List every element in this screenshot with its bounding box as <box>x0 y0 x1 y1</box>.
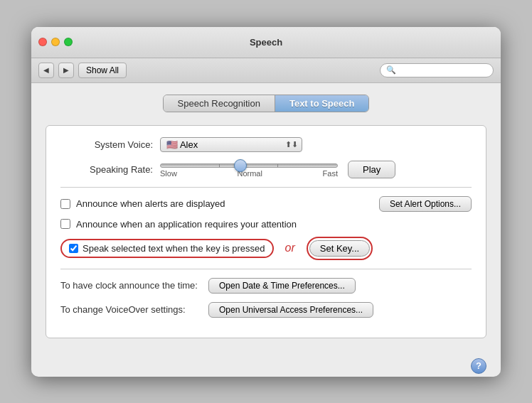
voiceover-row: To change VoiceOver settings: Open Unive… <box>60 302 472 318</box>
titlebar: Speech <box>31 27 501 58</box>
speaking-rate-thumb[interactable] <box>234 159 247 172</box>
speech-window: Speech ◀ ▶ Show All 🔍 Speech Recognition… <box>31 27 501 377</box>
toolbar: ◀ ▶ Show All 🔍 <box>31 58 501 83</box>
voice-select-wrapper: 🇺🇸 Alex ⬆⬇ <box>160 137 302 152</box>
tab-group: Speech Recognition Text to Speech <box>163 95 370 112</box>
set-key-wrapper: Set Key... <box>307 237 373 260</box>
clock-announce-label: To have clock announce the time: <box>60 280 203 291</box>
voice-select[interactable]: 🇺🇸 Alex <box>160 137 302 152</box>
tab-row: Speech Recognition Text to Speech <box>46 95 486 112</box>
voiceover-label: To change VoiceOver settings: <box>60 304 203 315</box>
set-alert-options-button[interactable]: Set Alert Options... <box>379 196 472 212</box>
announce-alerts-row: Announce when alerts are displayed Set A… <box>60 196 472 212</box>
show-all-button[interactable]: Show All <box>78 63 127 78</box>
bottom-area: ? <box>31 353 501 377</box>
search-box[interactable]: 🔍 <box>380 63 494 77</box>
close-button[interactable] <box>38 38 47 46</box>
speaking-rate-label: Speaking Rate: <box>60 164 153 175</box>
speak-selected-row: Speak selected text when the key is pres… <box>60 237 472 260</box>
open-universal-access-button[interactable]: Open Universal Access Preferences... <box>208 302 373 318</box>
slow-label: Slow <box>160 169 177 178</box>
settings-panel: System Voice: 🇺🇸 Alex ⬆⬇ Speaking Rate: <box>46 125 486 338</box>
or-text: or <box>285 242 295 254</box>
announce-app-row: Announce when an application requires yo… <box>60 219 472 230</box>
announce-alerts-label: Announce when alerts are displayed <box>76 198 225 209</box>
fast-label: Fast <box>323 169 338 178</box>
announce-app-label: Announce when an application requires yo… <box>76 219 297 230</box>
tab-text-to-speech[interactable]: Text to Speech <box>275 95 369 112</box>
maximize-button[interactable] <box>64 38 73 46</box>
speaking-rate-track[interactable] <box>160 163 338 168</box>
divider <box>60 187 472 188</box>
open-date-time-button[interactable]: Open Date & Time Preferences... <box>208 278 356 294</box>
system-voice-label: System Voice: <box>60 139 153 150</box>
speaking-rate-slider-container: Slow Normal Fast <box>160 161 338 178</box>
speak-selected-inner: Speak selected text when the key is pres… <box>60 239 274 258</box>
content-area: Speech Recognition Text to Speech System… <box>31 83 501 353</box>
minimize-button[interactable] <box>51 38 60 46</box>
clock-announce-row: To have clock announce the time: Open Da… <box>60 278 472 294</box>
search-input[interactable] <box>399 65 487 75</box>
speak-selected-label: Speak selected text when the key is pres… <box>83 243 265 254</box>
help-button[interactable]: ? <box>471 358 486 374</box>
system-voice-row: System Voice: 🇺🇸 Alex ⬆⬇ <box>60 137 472 152</box>
traffic-lights <box>38 38 73 46</box>
speak-selected-checkbox[interactable] <box>69 244 78 253</box>
play-button[interactable]: Play <box>348 161 395 178</box>
speaking-rate-row: Speaking Rate: Slow Normal Fast Play <box>60 161 472 178</box>
window-title: Speech <box>250 37 282 48</box>
forward-button[interactable]: ▶ <box>58 63 74 78</box>
slider-labels: Slow Normal Fast <box>160 169 338 178</box>
set-key-button[interactable]: Set Key... <box>309 240 370 257</box>
search-icon: 🔍 <box>386 65 396 75</box>
announce-app-checkbox[interactable] <box>60 219 70 229</box>
divider-2 <box>60 269 472 269</box>
tab-speech-recognition[interactable]: Speech Recognition <box>164 95 275 112</box>
announce-alerts-checkbox[interactable] <box>60 199 70 209</box>
back-button[interactable]: ◀ <box>38 63 54 78</box>
